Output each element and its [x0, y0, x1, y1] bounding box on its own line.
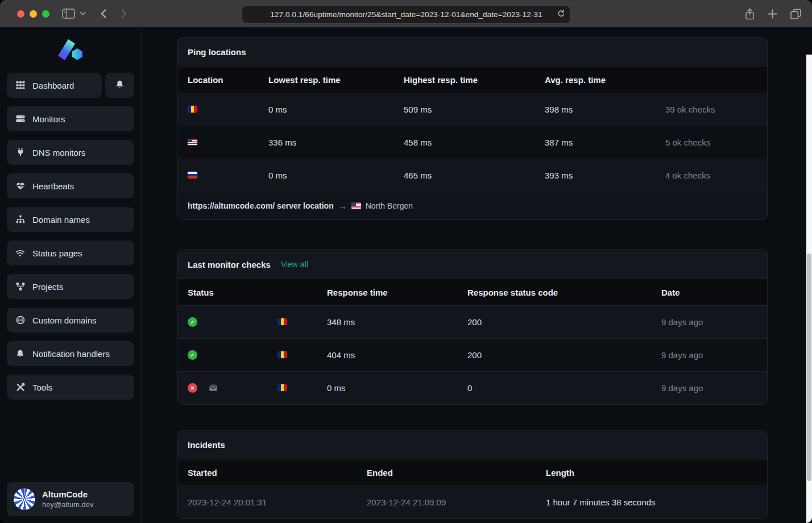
ping-locations-card: Ping locations Location Lowest resp. tim… — [177, 37, 768, 220]
app-logo[interactable] — [7, 34, 134, 73]
col-ended: Ended — [367, 468, 546, 478]
server-icon — [15, 114, 25, 123]
altumcode-logo-icon — [57, 39, 84, 63]
user-profile[interactable]: AltumCode hey@altum.dev — [7, 482, 134, 516]
server-location-footer: https://altumcode.com/ server location →… — [178, 192, 767, 219]
table-row: 0 ms 509 ms 398 ms 39 ok checks — [178, 93, 767, 126]
sidebar-toggle-icon[interactable] — [62, 9, 75, 19]
sidebar-item-heartbeats[interactable]: Heartbeats — [7, 173, 134, 198]
view-all-link[interactable]: View all — [281, 260, 308, 269]
traffic-lights — [17, 10, 49, 18]
last-monitor-checks-card: Last monitor checks View all Status Resp… — [177, 250, 768, 405]
col-status-code: Response status code — [467, 288, 661, 297]
flag-romania-icon — [277, 318, 287, 325]
sidebar-item-label: DNS monitors — [32, 148, 85, 157]
share-icon[interactable] — [744, 8, 755, 20]
reload-icon[interactable] — [557, 10, 565, 20]
browser-toolbar: 127.0.0.1/66uptime/monitor/25&start_date… — [0, 0, 812, 27]
sidebar: Dashboard Monitors DNS monitors — [0, 27, 142, 523]
user-email: hey@altum.dev — [42, 500, 94, 509]
col-lowest: Lowest resp. time — [268, 75, 404, 85]
browser-window: 127.0.0.1/66uptime/monitor/25&start_date… — [0, 0, 812, 523]
col-location: Location — [188, 75, 268, 85]
ok-checks: 39 ok checks — [665, 105, 757, 114]
incidents-title: Incidents — [188, 440, 225, 450]
sidebar-item-dns-monitors[interactable]: DNS monitors — [7, 140, 134, 165]
check-circle-icon — [188, 350, 197, 360]
sidebar-item-label: Domain names — [32, 215, 90, 225]
sidebar-item-domain-names[interactable]: Domain names — [7, 207, 134, 232]
tools-icon — [15, 383, 25, 392]
table-row: 2023-12-24 20:01:31 2023-12-24 21:09:09 … — [178, 485, 767, 518]
table-row: 0 ms 0 9 days ago — [178, 371, 767, 404]
sidebar-item-label: Notification handlers — [32, 349, 110, 359]
close-window-button[interactable] — [17, 10, 24, 18]
sidebar-item-custom-domains[interactable]: Custom domains — [7, 308, 134, 333]
zoom-window-button[interactable] — [42, 10, 49, 18]
check-circle-icon — [188, 317, 197, 327]
col-date: Date — [661, 288, 757, 297]
back-icon[interactable] — [98, 8, 110, 19]
col-length: Length — [546, 468, 757, 478]
heart-pulse-icon — [15, 181, 25, 190]
table-row: 348 ms 200 9 days ago — [178, 305, 767, 338]
globe-icon — [15, 316, 25, 325]
col-highest: Highest resp. time — [404, 75, 545, 85]
table-row: 404 ms 200 9 days ago — [178, 338, 767, 371]
flag-romania-icon — [188, 106, 197, 113]
ok-checks: 5 ok checks — [665, 138, 757, 147]
last-checks-title: Last monitor checks — [188, 260, 271, 269]
sitemap-icon — [15, 215, 25, 224]
flag-romania-icon — [277, 384, 287, 391]
server-location-value: North Bergen — [366, 201, 413, 210]
envelope-open-text-icon — [209, 383, 218, 393]
sidebar-item-label: Heartbeats — [32, 181, 74, 191]
flag-usa-icon — [188, 139, 197, 146]
bell-icon — [115, 80, 124, 91]
scrollbar-thumb[interactable] — [807, 254, 811, 481]
main-content: Ping locations Location Lowest resp. tim… — [142, 27, 812, 523]
new-tab-icon[interactable] — [768, 9, 777, 19]
sidebar-item-monitors[interactable]: Monitors — [7, 106, 134, 131]
url-text: 127.0.0.1/66uptime/monitor/25&start_date… — [270, 10, 542, 19]
notifications-button[interactable] — [105, 73, 134, 98]
sidebar-item-tools[interactable]: Tools — [7, 375, 134, 400]
sidebar-item-label: Monitors — [32, 114, 65, 124]
table-row: 0 ms 465 ms 393 ms 4 ok checks — [178, 159, 767, 192]
arrow-right-icon: → — [338, 201, 347, 211]
bell-icon — [15, 349, 25, 358]
grid-icon — [15, 81, 25, 90]
scrollbar-track[interactable] — [806, 55, 812, 523]
flag-romania-icon — [277, 351, 287, 358]
ping-locations-title: Ping locations — [188, 47, 246, 57]
sidebar-item-notification-handlers[interactable]: Notification handlers — [7, 341, 134, 366]
wifi-icon — [15, 248, 25, 258]
plug-icon — [15, 148, 25, 157]
forward-icon[interactable] — [118, 8, 129, 19]
sidebar-item-label: Dashboard — [32, 81, 74, 90]
server-location-label: https://altumcode.com/ server location — [188, 201, 334, 210]
tab-overview-icon[interactable] — [790, 9, 802, 19]
sidebar-item-label: Status pages — [32, 248, 82, 258]
sidebar-item-label: Tools — [32, 383, 52, 392]
minimize-window-button[interactable] — [30, 10, 37, 18]
incidents-table-header: Started Ended Length — [178, 459, 767, 485]
address-bar[interactable]: 127.0.0.1/66uptime/monitor/25&start_date… — [242, 5, 571, 24]
chevron-down-icon[interactable] — [80, 11, 86, 16]
incident-ended: 2023-12-24 21:09:09 — [367, 497, 546, 507]
col-avg: Avg. resp. time — [545, 75, 665, 85]
checks-table-header: Status Response time Response status cod… — [178, 279, 767, 305]
incident-length: 1 hour 7 minutes 38 seconds — [546, 497, 757, 507]
sidebar-item-status-pages[interactable]: Status pages — [7, 240, 134, 265]
col-status: Status — [188, 288, 277, 297]
sidebar-item-projects[interactable]: Projects — [7, 274, 134, 299]
table-row: 336 ms 458 ms 387 ms 5 ok checks — [178, 126, 767, 159]
col-response-time: Response time — [327, 288, 467, 297]
flag-russia-icon — [188, 172, 197, 179]
flag-usa-icon — [351, 202, 361, 209]
avatar — [14, 488, 35, 510]
ping-table-header: Location Lowest resp. time Highest resp.… — [178, 67, 767, 93]
sidebar-item-label: Projects — [32, 282, 63, 292]
x-circle-icon — [188, 383, 197, 393]
sidebar-item-dashboard[interactable]: Dashboard — [7, 73, 102, 98]
